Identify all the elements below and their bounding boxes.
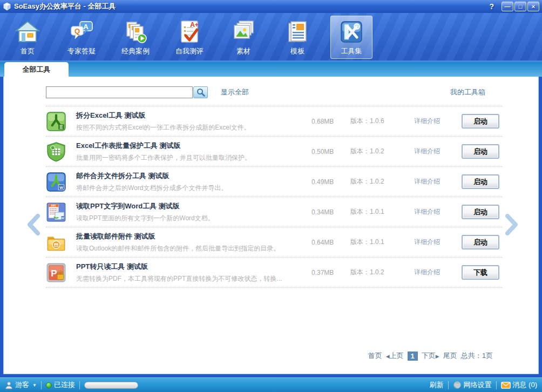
last-page-link[interactable]: 尾页 (443, 351, 457, 361)
close-button[interactable]: × (527, 2, 539, 11)
tool-description: 读取PPT里面的所有文字到一个新的Word文档。 (76, 214, 308, 223)
launch-button[interactable]: 启动 (462, 144, 499, 159)
tool-name: PPT转只读工具 测试版 (76, 262, 308, 272)
detail-link[interactable]: 详细介绍 (414, 238, 462, 247)
progress-bar (84, 382, 138, 389)
materials-icon (231, 19, 256, 45)
svg-text:W: W (62, 216, 64, 219)
version-value: 1.0.1 (370, 238, 384, 246)
nav-item-templates[interactable]: 模板 (276, 16, 319, 59)
chevron-down-icon: ▼ (32, 383, 37, 388)
download-button[interactable]: 下载 (462, 265, 499, 280)
prev-page-link[interactable]: ◀上页 (386, 351, 404, 361)
tool-row: 拆分Excel工具 测试版 按照不同的方式将Excel的一张工作表拆分成新的Ex… (46, 106, 503, 137)
tool-version: 版本：1.0.2 (350, 268, 414, 277)
mail-split-icon: W (46, 172, 66, 192)
launch-button[interactable]: 启动 (462, 205, 499, 219)
search-button[interactable] (193, 86, 208, 98)
detail-link[interactable]: 详细介绍 (414, 177, 462, 186)
tool-description: 批量用同一密码将多个工作表保护，并且可以批量取消保护。 (76, 153, 308, 163)
nav-label: 工具集 (341, 46, 362, 56)
network-globe-icon (453, 381, 462, 389)
launch-button[interactable]: 启动 (462, 174, 499, 189)
app-window: SoEasy办公效率平台 - 全部工具 ? — □ × 首页 A Q (0, 0, 542, 392)
tab-strip: 全部工具 (0, 62, 542, 77)
toolbox-icon (338, 19, 364, 45)
tool-row: PPT W 读取PPT文字到Word工具 测试版 读取PPT里面的所有文字到一个… (46, 197, 503, 227)
show-all-link[interactable]: 显示全部 (221, 87, 249, 97)
tool-size: 0.37MB (311, 269, 350, 276)
tool-name: 批量读取邮件附件 测试版 (76, 232, 308, 241)
tool-version: 版本：1.0.1 (350, 238, 414, 247)
nav-label: 素材 (236, 46, 250, 56)
help-button[interactable]: ? (489, 2, 494, 11)
expert-qa-icon: A Q (69, 19, 94, 45)
next-arrow-icon: ▶ (436, 354, 439, 359)
tool-description: 将邮件合并之后的Word文档拆分成多个文件并导出。 (76, 184, 308, 193)
nav-item-self-test[interactable]: A+ 自我测评 (168, 16, 211, 59)
first-page-link[interactable]: 首页 (368, 351, 382, 361)
my-toolbox-link[interactable]: 我的工具箱 (450, 87, 485, 97)
nav-label: 模板 (290, 46, 304, 56)
tab-all-tools[interactable]: 全部工具 (4, 62, 69, 77)
tool-name: Excel工作表批量保护工具 测试版 (76, 141, 308, 151)
tool-info: PPT转只读工具 测试版 无需转换为PDF，本工具将现有的PPT直接转换为不可修… (76, 262, 311, 283)
version-prefix: 版本： (350, 238, 370, 246)
current-page-badge: 1 (408, 352, 418, 361)
detail-link[interactable]: 详细介绍 (414, 147, 462, 156)
tool-name: 拆分Excel工具 测试版 (76, 111, 308, 120)
refresh-button[interactable]: 刷新 (430, 380, 444, 390)
tool-info: 读取PPT文字到Word工具 测试版 读取PPT里面的所有文字到一个新的Word… (76, 201, 311, 223)
version-prefix: 版本： (350, 117, 370, 125)
version-prefix: 版本： (350, 178, 370, 185)
next-label: 下页 (422, 352, 436, 360)
launch-button[interactable]: 启动 (462, 114, 499, 129)
next-page-link[interactable]: 下页▶ (422, 351, 439, 361)
detail-link[interactable]: 详细介绍 (414, 207, 462, 217)
classic-cases-icon (123, 19, 148, 45)
svg-text:A: A (83, 23, 89, 31)
previous-page-chevron-icon[interactable] (26, 214, 40, 235)
connection-label: 已连接 (54, 380, 75, 390)
nav-item-expert-qa[interactable]: A Q 专家答疑 (60, 16, 103, 59)
search-input[interactable] (46, 86, 193, 98)
detail-link[interactable]: 详细介绍 (414, 268, 462, 277)
statusbar-divider (79, 381, 80, 389)
user-menu[interactable]: 游客 ▼ (5, 380, 37, 390)
maximize-button[interactable]: □ (514, 2, 526, 11)
status-bar: 游客 ▼ 已连接 刷新 网络设置 (0, 377, 542, 392)
tool-name: 邮件合并文件拆分工具 测试版 (76, 171, 308, 181)
tool-size: 0.50MB (311, 148, 350, 156)
launch-button[interactable]: 启动 (462, 235, 499, 249)
messages-button[interactable]: 消息 (0) (501, 380, 538, 390)
svg-text:W: W (59, 185, 63, 190)
minimize-button[interactable]: — (502, 2, 513, 11)
nav-item-classic-cases[interactable]: 经典案例 (114, 16, 157, 59)
pagination: 首页 ◀上页 1 下页▶ 尾页 总共：1页 (368, 351, 493, 361)
nav-label: 专家答疑 (67, 46, 96, 56)
next-page-chevron-icon[interactable] (505, 214, 519, 235)
search-row: 显示全部 我的工具箱 (46, 85, 538, 99)
version-value: 1.0.2 (370, 178, 384, 185)
network-label: 网络设置 (464, 380, 492, 390)
nav-item-home[interactable]: 首页 (6, 16, 49, 59)
version-value: 1.0.2 (370, 147, 384, 155)
nav-item-toolbox[interactable]: 工具集 (330, 16, 372, 59)
app-logo-cube-icon (3, 2, 11, 11)
connected-dot-icon (46, 382, 52, 388)
network-settings-button[interactable]: 网络设置 (453, 380, 492, 390)
self-test-icon: A+ (177, 19, 202, 45)
detail-link[interactable]: 详细介绍 (414, 117, 462, 126)
tool-info: 邮件合并文件拆分工具 测试版 将邮件合并之后的Word文档拆分成多个文件并导出。 (76, 171, 311, 193)
version-value: 1.0.6 (370, 117, 384, 125)
excel-protect-icon (46, 141, 66, 162)
prev-label: 上页 (390, 352, 404, 360)
version-value: 1.0.2 (370, 268, 384, 276)
split-excel-icon (46, 111, 66, 132)
tool-version: 版本：1.0.1 (350, 207, 414, 217)
nav-item-materials[interactable]: 素材 (222, 16, 265, 59)
version-prefix: 版本： (350, 147, 370, 155)
tool-row: P PPT转只读工具 测试版 无需转换为PDF，本工具将现有的PPT直接转换为不… (46, 258, 503, 288)
tool-description: 读取Outlook的邮件和邮件所包含的附件，然后批量导出到指定的目录。 (76, 244, 308, 253)
tool-row: 批量读取邮件附件 测试版 读取Outlook的邮件和邮件所包含的附件，然后批量导… (46, 227, 503, 258)
